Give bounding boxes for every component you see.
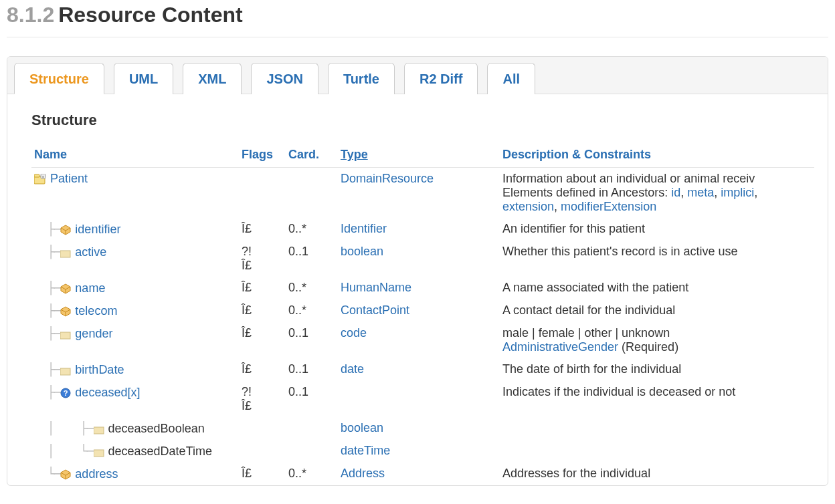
binding-link[interactable]: AdministrativeGender [502,340,618,354]
desc-text: Addresses for the individual [502,467,650,480]
table-row: │ └─ deceasedDateTimedateTime [31,440,814,463]
svg-rect-15 [94,427,104,434]
element-name[interactable]: Patient [50,172,88,185]
type-link[interactable]: date [341,362,364,376]
flags-cell [239,417,286,440]
element-name[interactable]: identifier [75,223,120,236]
tab-json[interactable]: JSON [251,63,318,94]
svg-rect-1 [34,174,39,177]
type-link[interactable]: dateTime [341,444,390,457]
flags-cell: ?! Î£ [239,241,286,277]
col-header-card[interactable]: Card. [286,144,338,168]
cardinality-cell: 0..1 [286,322,338,358]
flags-cell [239,168,286,219]
flags-cell: Î£ [239,218,286,241]
flags-cell: Î£ [239,299,286,322]
tab-turtle[interactable]: Turtle [328,63,395,94]
description-cell: A name associated with the patient [500,277,814,299]
ancestor-link[interactable]: extension [502,200,554,213]
datatype-icon [60,283,71,294]
type-link[interactable]: ContactPoint [341,303,409,317]
type-cell: boolean [338,241,500,277]
element-name[interactable]: telecom [75,304,117,318]
ancestor-link[interactable]: id [671,186,680,199]
content-panel: StructureUMLXMLJSONTurtleR2 DiffAll Stru… [7,56,828,486]
col-header-flags[interactable]: Flags [239,144,286,168]
element-name[interactable]: deceased[x] [75,386,140,399]
element-name[interactable]: active [75,245,106,259]
primitive-icon [94,426,104,434]
element-name[interactable]: address [75,467,118,481]
flags-cell: Î£ [239,358,286,381]
element-name[interactable]: name [75,281,105,295]
table-row: │ ├─ deceasedBooleanboolean [31,417,814,440]
panel-subheading: Structure [31,112,814,129]
description-cell: Whether this patient's record is in acti… [500,241,814,277]
svg-rect-12 [60,368,70,375]
cardinality-cell [286,440,338,463]
desc-text: A name associated with the patient [502,281,688,294]
element-name[interactable]: gender [75,327,112,340]
flags-cell [239,440,286,463]
type-cell: date [338,358,500,381]
ancestor-link[interactable]: modifierExtension [561,200,656,213]
cardinality-cell: 0..* [286,277,338,299]
cardinality-cell: 0..1 [286,381,338,417]
table-row: ├─ active?! Î£0..1booleanWhether this pa… [31,241,814,277]
cardinality-cell [286,168,338,219]
table-row: ├─ ?deceased[x]?! Î£0..1Indicates if the… [31,381,814,417]
element-name: deceasedBoolean [108,422,205,435]
type-link[interactable]: code [341,326,367,340]
tab-bar: StructureUMLXMLJSONTurtleR2 DiffAll [7,57,828,94]
desc-text: Elements defined in Ancestors: [502,186,671,199]
svg-rect-16 [94,450,104,457]
ancestor-link[interactable]: meta [687,186,714,199]
description-cell: male | female | other | unknownAdministr… [500,322,814,358]
datatype-icon [60,306,71,317]
element-name[interactable]: birthDate [75,363,124,376]
tab-structure[interactable]: Structure [14,63,104,94]
desc-text: male | female | other | unknown [502,326,670,340]
element-name: deceasedDateTime [108,445,212,458]
description-cell: Information about an individual or anima… [500,168,814,219]
primitive-icon [60,368,71,376]
svg-text:?: ? [64,389,68,397]
flags-cell: ?! Î£ [239,381,286,417]
desc-text: Whether this patient's record is in acti… [502,245,738,258]
tab-uml[interactable]: UML [114,63,173,94]
table-row: ├─ genderÎ£0..1codemale | female | other… [31,322,814,358]
flags-cell: Î£ [239,277,286,299]
description-cell: Indicates if the individual is deceased … [500,381,814,417]
cardinality-cell: 0..1 [286,241,338,277]
type-link[interactable]: DomainResource [341,172,434,185]
cardinality-cell: 0..* [286,299,338,322]
ancestor-link[interactable]: implici [721,186,754,199]
type-link[interactable]: Identifier [341,222,387,235]
tab-r2-diff[interactable]: R2 Diff [404,63,478,94]
description-cell: Addresses for the individual [500,463,814,485]
table-row: ├─ nameÎ£0..*HumanNameA name associated … [31,277,814,299]
desc-text: An identifier for this patient [502,222,645,235]
type-link[interactable]: HumanName [341,281,411,294]
svg-rect-3 [42,176,44,178]
description-cell: The date of birth for the individual [500,358,814,381]
type-link[interactable]: Address [341,467,385,480]
type-cell: HumanName [338,277,500,299]
desc-text: Indicates if the individual is deceased … [502,385,735,398]
tab-xml[interactable]: XML [183,63,242,94]
type-cell: dateTime [338,440,500,463]
datatype-icon [60,225,71,235]
col-header-desc[interactable]: Description & Constraints [500,144,814,168]
description-cell [500,417,814,440]
desc-text: The date of birth for the individual [502,362,681,376]
type-link[interactable]: boolean [341,245,383,258]
col-header-type[interactable]: Type [338,144,500,168]
table-row: ├─ telecomÎ£0..*ContactPointA contact de… [31,299,814,322]
desc-text: A contact detail for the individual [502,303,675,317]
tab-all[interactable]: All [487,63,535,94]
type-link[interactable]: boolean [341,421,383,434]
table-row: PatientDomainResourceInformation about a… [31,168,814,219]
section-number: 8.1.2 [7,3,54,27]
col-header-name[interactable]: Name [31,144,239,168]
choice-icon: ? [60,388,71,398]
